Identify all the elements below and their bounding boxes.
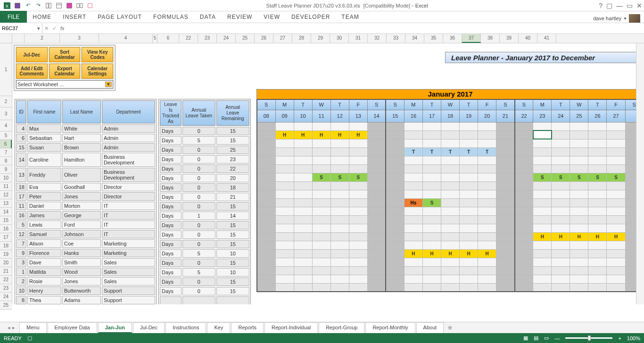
col-header[interactable]: 25 <box>236 34 255 43</box>
calendar-cell[interactable] <box>386 190 404 198</box>
help-icon[interactable]: ? <box>599 2 603 9</box>
calendar-cell[interactable] <box>588 164 607 173</box>
calendar-cell[interactable] <box>588 283 607 292</box>
calendar-cell[interactable]: T <box>460 147 478 156</box>
calendar-cell[interactable] <box>570 207 588 215</box>
calendar-cell[interactable] <box>386 283 404 292</box>
calendar-cell[interactable] <box>404 122 422 131</box>
sheet-tab-juldec[interactable]: Jul-Dec <box>133 322 165 333</box>
calendar-cell[interactable]: H <box>330 131 349 139</box>
calendar-cell[interactable] <box>496 181 515 190</box>
calendar-cell[interactable] <box>552 258 570 266</box>
calendar-cell[interactable] <box>312 164 330 173</box>
row-header[interactable]: 9 <box>0 165 12 174</box>
calendar-cell[interactable]: H <box>404 249 422 258</box>
calendar-cell[interactable] <box>588 249 607 258</box>
calendar-cell[interactable] <box>441 275 460 283</box>
calendar-cell[interactable] <box>570 190 588 198</box>
calendar-cell[interactable] <box>460 266 478 275</box>
calendar-cell[interactable] <box>533 258 552 266</box>
calendar-cell[interactable] <box>607 190 625 198</box>
calendar-cell[interactable] <box>588 122 607 131</box>
row-header[interactable]: 22 <box>0 276 12 284</box>
row-header[interactable]: 4 <box>0 120 12 131</box>
calendar-cell[interactable] <box>570 275 588 283</box>
calendar-cell[interactable] <box>570 156 588 164</box>
calendar-cell[interactable] <box>460 283 478 292</box>
calendar-cell[interactable] <box>349 122 367 131</box>
sheet-tab-reports[interactable]: Reports <box>231 322 264 333</box>
calendar-cell[interactable] <box>515 275 533 283</box>
calendar-cell[interactable] <box>460 122 478 131</box>
calendar-cell[interactable] <box>349 156 367 164</box>
calendar-cell[interactable]: T <box>441 147 460 156</box>
calendar-cell[interactable] <box>533 190 552 198</box>
calendar-cell[interactable]: H <box>570 232 588 241</box>
calendar-cell[interactable] <box>533 224 552 232</box>
calendar-cell[interactable] <box>257 283 275 292</box>
calendar-cell[interactable] <box>496 164 515 173</box>
calendar-cell[interactable]: S <box>422 198 441 207</box>
calendar-cell[interactable] <box>275 139 294 147</box>
qat-icon-4[interactable] <box>75 1 84 10</box>
calendar-cell[interactable] <box>404 190 422 198</box>
calendar-cell[interactable] <box>552 164 570 173</box>
calendar-cell[interactable]: S <box>349 173 367 181</box>
row-header[interactable]: 19 <box>0 250 12 259</box>
calendar-cell[interactable] <box>441 241 460 249</box>
row-header[interactable]: 24 <box>0 293 12 301</box>
calendar-cell[interactable] <box>422 207 441 215</box>
calendar-cell[interactable] <box>441 181 460 190</box>
calendar-cell[interactable] <box>515 190 533 198</box>
calendar-cell[interactable] <box>533 198 552 207</box>
calendar-cell[interactable] <box>330 224 349 232</box>
calendar-cell[interactable] <box>552 275 570 283</box>
calendar-cell[interactable] <box>570 283 588 292</box>
calendar-cell[interactable] <box>312 283 330 292</box>
calendar-cell[interactable] <box>552 181 570 190</box>
sheet-tab-reportgroup[interactable]: Report-Group <box>319 322 364 333</box>
calendar-cell[interactable] <box>367 139 386 147</box>
calendar-cell[interactable] <box>588 258 607 266</box>
sheet-tab-reportindividual[interactable]: Report-Individual <box>264 322 318 333</box>
calendar-cell[interactable] <box>570 215 588 224</box>
calendar-cell[interactable] <box>552 207 570 215</box>
calendar-cell[interactable] <box>312 122 330 131</box>
calendar-cell[interactable] <box>257 266 275 275</box>
calendar-cell[interactable] <box>607 156 625 164</box>
calendar-cell[interactable] <box>312 275 330 283</box>
fx-icon[interactable]: fx <box>58 25 66 31</box>
calendar-cell[interactable] <box>294 283 312 292</box>
calendar-cell[interactable] <box>460 164 478 173</box>
calendar-cell[interactable] <box>441 266 460 275</box>
calendar-cell[interactable] <box>460 275 478 283</box>
calendar-cell[interactable] <box>257 190 275 198</box>
calendar-cell[interactable] <box>404 283 422 292</box>
row-header[interactable]: 6 <box>0 140 12 148</box>
calendar-cell[interactable]: H <box>422 249 441 258</box>
calendar-cell[interactable] <box>607 139 625 147</box>
calendar-cell[interactable] <box>275 275 294 283</box>
calendar-cell[interactable] <box>294 156 312 164</box>
calendar-cell[interactable]: S <box>588 173 607 181</box>
calendar-cell[interactable] <box>367 275 386 283</box>
calendar-cell[interactable] <box>294 181 312 190</box>
calendar-cell[interactable] <box>496 215 515 224</box>
calendar-cell[interactable] <box>533 275 552 283</box>
calendar-cell[interactable]: H <box>312 131 330 139</box>
calendar-cell[interactable]: H <box>478 249 496 258</box>
sheet-tab-instructions[interactable]: Instructions <box>165 322 206 333</box>
minimize-icon[interactable]: — <box>616 2 623 9</box>
calendar-cell[interactable] <box>533 215 552 224</box>
calendar-cell[interactable] <box>404 156 422 164</box>
calendar-cell[interactable] <box>422 164 441 173</box>
calendar-cell[interactable] <box>257 164 275 173</box>
calendar-cell[interactable] <box>478 224 496 232</box>
qat-icon-5[interactable] <box>86 1 94 10</box>
calendar-cell[interactable] <box>607 266 625 275</box>
calendar-cell[interactable] <box>441 131 460 139</box>
calendar-cell[interactable] <box>330 164 349 173</box>
calendar-cell[interactable] <box>312 241 330 249</box>
calendar-cell[interactable]: H <box>607 232 625 241</box>
calendar-cell[interactable] <box>367 156 386 164</box>
